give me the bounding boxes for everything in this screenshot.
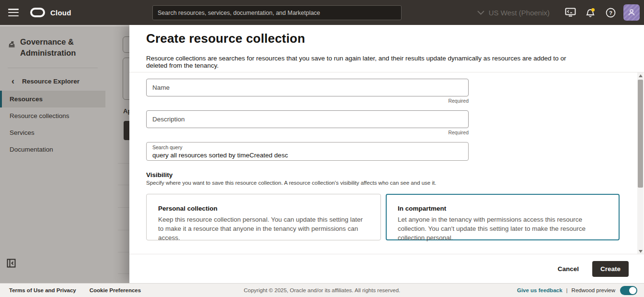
redwood-preview-toggle[interactable] xyxy=(620,286,637,295)
collapse-sidebar-icon[interactable] xyxy=(7,259,16,270)
user-profile-avatar[interactable] xyxy=(623,4,640,21)
terms-link[interactable]: Terms of Use and Privacy xyxy=(9,287,76,293)
cloud-shell-icon[interactable] xyxy=(560,0,580,25)
sidebar-item-resource-collections[interactable]: Resource collections xyxy=(0,107,105,124)
name-field[interactable] xyxy=(146,79,469,96)
footer-separator: | xyxy=(566,287,568,293)
create-button[interactable]: Create xyxy=(592,261,629,277)
give-feedback-link[interactable]: Give us feedback xyxy=(517,287,563,293)
governance-icon xyxy=(8,41,16,59)
brand[interactable]: Cloud xyxy=(30,8,71,17)
search-query-input[interactable] xyxy=(152,152,462,159)
sidebar-back-resource-explorer[interactable]: ‹ Resource Explorer xyxy=(0,68,105,91)
left-sidebar: Governance & Administration ‹ Resource E… xyxy=(0,25,105,283)
chevron-left-icon: ‹ xyxy=(12,78,14,84)
svg-text:?: ? xyxy=(609,10,612,16)
option-title: Personal collection xyxy=(158,205,368,212)
option-description: Let anyone in the tenancy with permissio… xyxy=(398,215,607,243)
oracle-logo-icon xyxy=(30,8,45,17)
panel-action-bar: Cancel Create xyxy=(129,254,644,283)
description-required-note: Required xyxy=(146,130,469,135)
sidebar-item-documentation[interactable]: Documentation xyxy=(0,141,105,158)
search-query-label: Search query xyxy=(152,144,462,151)
sidebar-item-resources[interactable]: Resources xyxy=(0,91,105,107)
name-input[interactable] xyxy=(147,79,468,96)
visibility-heading: Visibility xyxy=(146,171,172,178)
sidebar-section-title: Governance & Administration xyxy=(20,36,99,59)
chevron-down-icon[interactable] xyxy=(477,8,484,17)
cookie-preferences-link[interactable]: Cookie Preferences xyxy=(90,287,141,293)
visibility-option-personal-collection[interactable]: Personal collection Keep this resource c… xyxy=(146,194,381,240)
vertical-scrollbar[interactable] xyxy=(637,72,644,255)
option-title: In compartment xyxy=(398,205,607,212)
global-search-input[interactable] xyxy=(152,5,402,20)
background-textarea-partial xyxy=(123,58,129,100)
sidebar-back-label: Resource Explorer xyxy=(22,78,80,85)
hamburger-menu-icon[interactable] xyxy=(8,9,19,16)
global-footer: Terms of Use and Privacy Cookie Preferen… xyxy=(0,283,644,297)
option-description: Keep this resource collection personal. … xyxy=(158,215,368,243)
form-scroll-region: Required Required Search query Visibilit… xyxy=(129,72,644,254)
scroll-down-arrow[interactable] xyxy=(637,248,644,255)
brand-label: Cloud xyxy=(50,9,71,17)
clipped-apply-label: Ap xyxy=(123,107,129,115)
copyright-text: Copyright © 2025, Oracle and/or its affi… xyxy=(244,287,401,293)
dimmed-background-page: Ap xyxy=(105,25,129,283)
region-selector[interactable]: US West (Phoenix) xyxy=(489,9,550,17)
panel-title: Create resource collection xyxy=(146,31,305,46)
background-input-partial xyxy=(123,36,129,53)
visibility-subheading: Specify where you want to save this reso… xyxy=(146,180,436,186)
notifications-bell-icon[interactable] xyxy=(580,0,600,25)
cancel-button[interactable]: Cancel xyxy=(558,265,579,273)
dimmed-page-top-edge xyxy=(0,25,129,26)
description-field[interactable] xyxy=(146,110,469,128)
top-navigation-bar: Cloud US West (Phoenix) ? xyxy=(0,0,644,25)
sidebar-item-services[interactable]: Services xyxy=(0,124,105,141)
search-query-field[interactable]: Search query xyxy=(146,142,469,161)
redwood-preview-label: Redwood preview xyxy=(572,287,615,293)
name-required-note: Required xyxy=(146,98,469,104)
background-search-button-partial xyxy=(124,121,129,140)
scroll-up-arrow[interactable] xyxy=(637,72,644,79)
panel-subtitle: Resource collections are searches for re… xyxy=(146,55,587,69)
visibility-option-in-compartment[interactable]: In compartment Let anyone in the tenancy… xyxy=(386,194,620,240)
scrollbar-thumb[interactable] xyxy=(638,80,643,188)
create-resource-collection-panel: Create resource collection Resource coll… xyxy=(129,25,644,283)
description-input[interactable] xyxy=(147,111,468,128)
toggle-knob xyxy=(629,287,636,294)
help-icon[interactable]: ? xyxy=(600,0,621,25)
